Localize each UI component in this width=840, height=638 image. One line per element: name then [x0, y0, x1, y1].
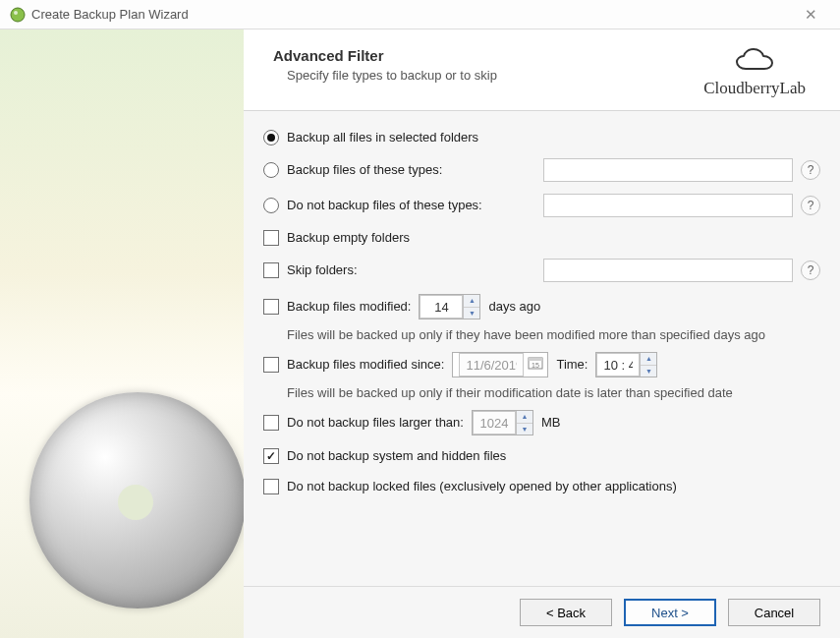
checkbox-modified-days-label: Backup files modified: [287, 298, 411, 316]
radio-include-types[interactable] [263, 162, 279, 178]
checkbox-backup-empty[interactable] [263, 230, 279, 246]
disc-hole-graphic [118, 485, 153, 520]
modified-since-hint: Files will be backed up only if their mo… [287, 385, 820, 400]
svg-point-0 [11, 8, 25, 22]
checkbox-skip-folders-label: Skip folders: [287, 261, 535, 279]
help-exclude-types[interactable]: ? [801, 196, 820, 215]
modified-since-time-input[interactable] [596, 353, 640, 377]
checkbox-modified-since-label: Backup files modified since: [287, 356, 444, 374]
back-button[interactable]: < Back [520, 599, 612, 626]
next-button[interactable]: Next > [624, 599, 716, 626]
checkbox-backup-empty-label: Backup empty folders [287, 229, 410, 247]
spinner-down-icon[interactable]: ▼ [464, 308, 479, 319]
checkbox-sys-hidden[interactable] [263, 448, 279, 464]
modified-since-time-label: Time: [556, 356, 588, 374]
modified-days-input[interactable] [420, 295, 463, 319]
checkbox-larger-than-label: Do not backup files larger than: [287, 414, 464, 432]
app-icon [10, 7, 26, 23]
radio-include-types-label: Backup files of these types: [287, 161, 535, 179]
checkbox-modified-since[interactable] [263, 357, 279, 373]
wizard-content: Backup all files in selected folders Bac… [244, 111, 840, 586]
cloud-icon [734, 47, 775, 77]
skip-folders-input[interactable] [543, 259, 793, 282]
spinner-up-icon[interactable]: ▲ [464, 295, 479, 308]
checkbox-locked[interactable] [263, 479, 279, 494]
checkbox-modified-days[interactable] [263, 299, 279, 315]
wizard-sidebar [0, 29, 244, 638]
modified-days-hint: Files will be backed up only if they hav… [287, 327, 820, 342]
spinner-down-icon[interactable]: ▼ [517, 424, 532, 435]
larger-than-input[interactable] [473, 411, 516, 435]
close-button[interactable]: ✕ [791, 6, 830, 24]
radio-exclude-types[interactable] [263, 198, 279, 213]
spinner-up-icon[interactable]: ▲ [517, 411, 532, 424]
modified-days-suffix: days ago [488, 298, 540, 316]
svg-text:15: 15 [532, 362, 540, 369]
page-subtitle: Specify file types to backup or to skip [287, 68, 497, 83]
exclude-types-input[interactable] [543, 194, 793, 217]
window-title: Create Backup Plan Wizard [31, 7, 791, 22]
checkbox-sys-hidden-label: Do not backup system and hidden files [287, 447, 506, 465]
spinner-up-icon[interactable]: ▲ [641, 353, 656, 366]
larger-than-unit: MB [541, 414, 561, 432]
checkbox-skip-folders[interactable] [263, 262, 279, 278]
checkbox-larger-than[interactable] [263, 415, 279, 431]
wizard-header: Advanced Filter Specify file types to ba… [244, 29, 840, 111]
brand-name: CloudberryLab [703, 79, 806, 98]
help-skip-folders[interactable]: ? [801, 261, 820, 280]
modified-since-date[interactable]: 15 [452, 352, 548, 377]
include-types-input[interactable] [543, 158, 793, 182]
help-include-types[interactable]: ? [801, 160, 820, 180]
calendar-icon[interactable]: 15 [528, 356, 543, 375]
titlebar: Create Backup Plan Wizard ✕ [0, 0, 840, 29]
page-title: Advanced Filter [273, 47, 497, 64]
brand-block: CloudberryLab [703, 47, 806, 98]
modified-days-spinner[interactable]: ▲ ▼ [419, 294, 480, 319]
radio-backup-all[interactable] [263, 130, 279, 145]
spinner-down-icon[interactable]: ▼ [641, 366, 656, 377]
svg-rect-3 [529, 358, 542, 361]
modified-since-time-spinner[interactable]: ▲ ▼ [595, 352, 657, 377]
larger-than-spinner[interactable]: ▲ ▼ [472, 410, 533, 435]
cancel-button[interactable]: Cancel [728, 599, 820, 626]
modified-since-date-input[interactable] [459, 353, 524, 377]
radio-exclude-types-label: Do not backup files of these types: [287, 197, 535, 214]
wizard-footer: < Back Next > Cancel [244, 586, 840, 638]
svg-point-1 [14, 11, 18, 15]
radio-backup-all-label: Backup all files in selected folders [287, 129, 478, 146]
checkbox-locked-label: Do not backup locked files (exclusively … [287, 478, 677, 495]
